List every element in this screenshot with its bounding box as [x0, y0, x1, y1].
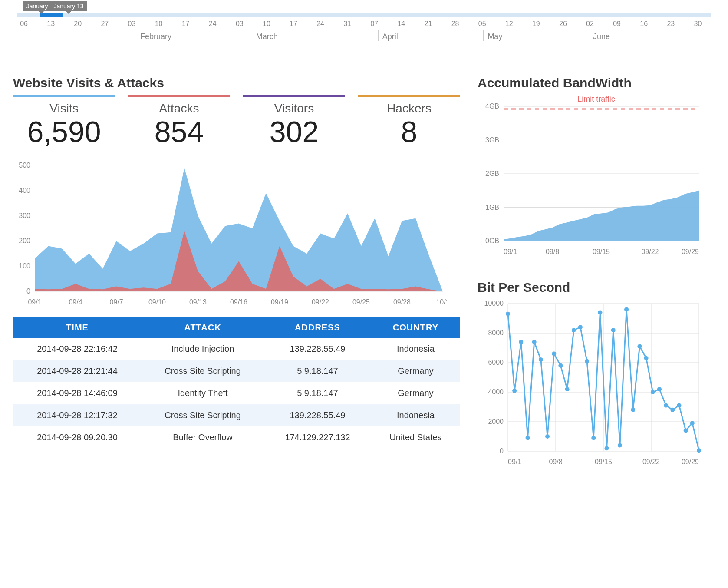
svg-text:2GB: 2GB: [485, 170, 499, 177]
bps-chart[interactable]: 020004000600080001000009/109/809/1509/22…: [478, 299, 715, 469]
svg-text:09/29: 09/29: [682, 248, 699, 255]
svg-text:0GB: 0GB: [485, 237, 499, 244]
timeline-slider[interactable]: January 06 January 13 061320270310172403…: [13, 0, 715, 58]
timeline-tick: 03: [236, 20, 244, 28]
svg-point-57: [512, 389, 517, 393]
svg-point-82: [677, 403, 681, 408]
svg-point-79: [657, 387, 662, 391]
svg-point-73: [618, 443, 622, 447]
timeline-month-label: March: [256, 32, 278, 41]
timeline-tick: 19: [532, 20, 540, 28]
svg-point-74: [624, 307, 629, 312]
stat-value: 854: [128, 116, 230, 148]
svg-point-63: [552, 352, 556, 356]
stat-value: 6,590: [13, 116, 115, 148]
stat-attacks: Attacks854: [128, 95, 230, 148]
svg-point-59: [526, 436, 530, 440]
svg-text:09/22: 09/22: [312, 298, 329, 306]
svg-text:4GB: 4GB: [485, 102, 499, 110]
svg-text:0: 0: [26, 287, 30, 295]
bps-title: Bit Per Second: [478, 280, 715, 295]
timeline-tick: 17: [290, 20, 297, 28]
timeline-tick: 02: [586, 20, 594, 28]
svg-point-66: [572, 328, 576, 332]
svg-text:1GB: 1GB: [485, 204, 499, 211]
svg-point-75: [631, 408, 635, 412]
timeline-tick: 05: [478, 20, 486, 28]
visits-attacks-chart[interactable]: 010020030040050009/109/409/709/1009/1309…: [13, 161, 460, 309]
stat-label: Hackers: [358, 102, 460, 116]
svg-text:6000: 6000: [488, 359, 504, 366]
timeline-month-label: May: [488, 32, 502, 41]
svg-point-67: [578, 325, 583, 329]
svg-text:09/8: 09/8: [546, 248, 559, 255]
svg-text:10/1: 10/1: [436, 298, 447, 306]
timeline-tick: 10: [263, 20, 270, 28]
svg-point-60: [532, 340, 537, 344]
svg-point-85: [697, 448, 701, 453]
svg-point-64: [558, 363, 563, 368]
svg-text:2000: 2000: [488, 418, 504, 425]
table-header: ADDRESS: [264, 317, 371, 338]
svg-text:09/15: 09/15: [593, 248, 610, 255]
svg-point-71: [605, 446, 609, 450]
timeline-tick: 20: [74, 20, 82, 28]
svg-text:200: 200: [19, 237, 30, 244]
stats-title: Website Visits & Attacks: [13, 76, 460, 90]
svg-point-70: [598, 310, 602, 314]
svg-text:09/1: 09/1: [508, 458, 521, 466]
svg-text:4000: 4000: [488, 388, 504, 396]
bandwidth-title: Accumulated BandWidth: [478, 76, 715, 90]
svg-point-76: [637, 344, 642, 349]
svg-text:500: 500: [19, 162, 30, 169]
svg-text:09/8: 09/8: [549, 458, 562, 466]
timeline-tick: 06: [20, 20, 28, 28]
stat-visitors: Visitors302: [243, 95, 345, 148]
svg-point-77: [644, 356, 649, 360]
timeline-tick: 10: [155, 20, 163, 28]
svg-point-61: [539, 357, 543, 362]
timeline-tick: 07: [370, 20, 378, 28]
svg-point-68: [585, 359, 589, 363]
timeline-tick: 28: [451, 20, 459, 28]
stat-label: Visitors: [243, 102, 345, 116]
timeline-tick: 27: [101, 20, 109, 28]
svg-text:400: 400: [19, 187, 30, 194]
table-header: ATTACK: [142, 317, 264, 338]
svg-text:100: 100: [19, 262, 30, 270]
timeline-month-label: April: [382, 32, 398, 41]
table-row: 2014-09-28 09:20:30Buffer Overflow174.12…: [13, 426, 460, 449]
svg-text:10000: 10000: [484, 300, 504, 307]
table-row: 2014-09-28 12:17:32Cross Site Scripting1…: [13, 404, 460, 426]
timeline-tick: 16: [640, 20, 648, 28]
timeline-tick: 21: [425, 20, 432, 28]
svg-text:8000: 8000: [488, 329, 504, 337]
attacks-table: TIMEATTACKADDRESSCOUNTRY 2014-09-28 22:1…: [13, 317, 460, 449]
stat-label: Visits: [13, 102, 115, 116]
svg-text:09/16: 09/16: [230, 298, 247, 306]
svg-text:09/29: 09/29: [682, 458, 699, 466]
table-row: 2014-09-28 14:46:09Identity Theft5.9.18.…: [13, 382, 460, 404]
svg-point-83: [684, 428, 688, 433]
stat-value: 302: [243, 116, 345, 148]
svg-text:09/28: 09/28: [393, 298, 411, 306]
timeline-tick: 14: [397, 20, 405, 28]
table-row: 2014-09-28 21:21:44Cross Site Scripting5…: [13, 360, 460, 382]
svg-text:09/19: 09/19: [271, 298, 288, 306]
timeline-track[interactable]: January 06 January 13: [17, 13, 711, 17]
stat-visits: Visits6,590: [13, 95, 115, 148]
timeline-month-label: February: [140, 32, 171, 41]
stat-value: 8: [358, 116, 460, 148]
svg-point-72: [611, 328, 616, 332]
svg-text:09/13: 09/13: [189, 298, 207, 306]
svg-point-81: [670, 408, 675, 412]
table-header: COUNTRY: [371, 317, 460, 338]
svg-point-80: [664, 403, 668, 408]
timeline-tick: 13: [47, 20, 55, 28]
svg-text:09/7: 09/7: [109, 298, 123, 306]
range-end-label: January 13: [50, 1, 87, 11]
table-header: TIME: [13, 317, 142, 338]
svg-point-65: [565, 387, 570, 391]
timeline-tick: 26: [559, 20, 567, 28]
bandwidth-chart[interactable]: 0GB1GB2GB3GB4GB09/109/809/1509/2209/29: [478, 102, 715, 258]
